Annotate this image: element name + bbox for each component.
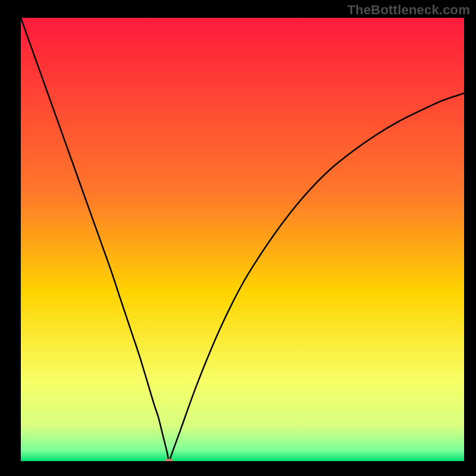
chart-background xyxy=(21,18,464,461)
chart-frame: TheBottleneck.com xyxy=(0,0,476,476)
plot-area xyxy=(21,18,464,461)
chart-svg xyxy=(21,18,464,461)
watermark-text: TheBottleneck.com xyxy=(347,2,470,18)
